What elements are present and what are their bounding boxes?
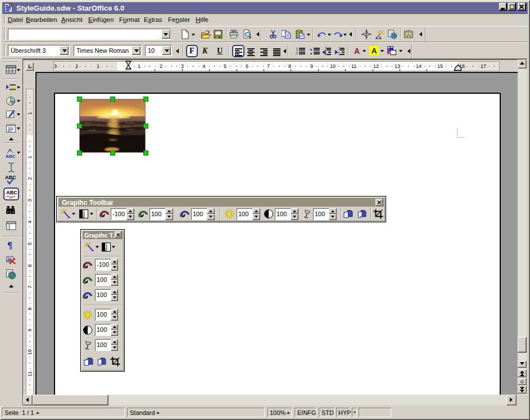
svg-text:ABC: ABC — [6, 190, 17, 195]
svg-text:ABC: ABC — [5, 175, 16, 180]
svg-text:ABC: ABC — [6, 154, 16, 158]
svg-text:¶: ¶ — [7, 240, 12, 250]
